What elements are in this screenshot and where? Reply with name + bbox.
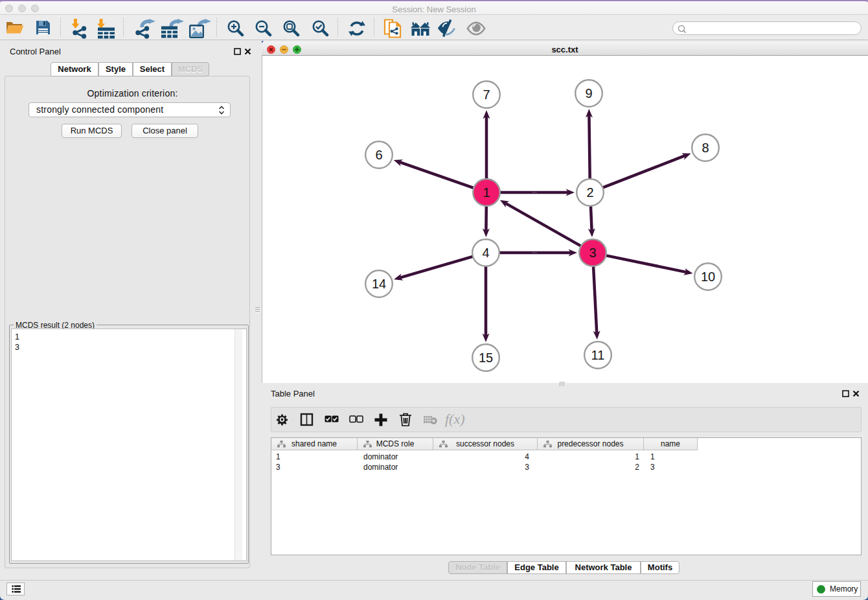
svg-text:15: 15: [479, 351, 493, 365]
svg-text:8: 8: [702, 141, 709, 155]
svg-text:11: 11: [591, 348, 605, 362]
svg-text:10: 10: [701, 270, 715, 284]
svg-text:3: 3: [589, 246, 596, 260]
svg-text:2: 2: [586, 185, 593, 200]
svg-text:6: 6: [375, 148, 382, 162]
svg-text:4: 4: [482, 246, 489, 260]
svg-text:14: 14: [372, 277, 386, 291]
svg-text:7: 7: [483, 87, 490, 102]
svg-text:9: 9: [585, 86, 592, 100]
svg-text:1: 1: [483, 185, 490, 200]
